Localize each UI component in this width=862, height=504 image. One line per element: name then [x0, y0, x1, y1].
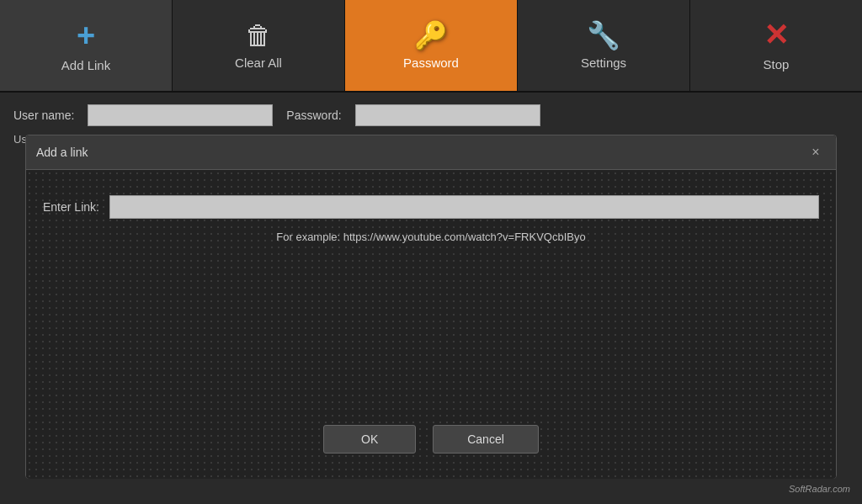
key-icon: 🔑: [414, 22, 448, 49]
settings-label: Settings: [581, 56, 626, 70]
password-button[interactable]: 🔑 Password: [345, 0, 518, 91]
link-label: Enter Link:: [43, 200, 99, 214]
clear-all-button[interactable]: 🗑 Clear All: [173, 0, 345, 91]
wrench-icon: 🔧: [587, 22, 620, 49]
plus-icon: +: [77, 19, 95, 51]
toolbar: + Add Link 🗑 Clear All 🔑 Password 🔧 Sett…: [0, 0, 862, 93]
add-link-label: Add Link: [61, 58, 110, 72]
add-link-button[interactable]: + Add Link: [0, 0, 173, 91]
dialog-body: Enter Link: For example: https://www.you…: [26, 170, 836, 479]
add-link-dialog: Add a link × Enter Link: For example: ht…: [25, 135, 837, 479]
x-icon: ✕: [764, 20, 789, 50]
cancel-button[interactable]: Cancel: [433, 425, 539, 454]
stop-label: Stop: [764, 57, 790, 72]
trash-icon: 🗑: [245, 22, 272, 49]
password-label: Password: [403, 56, 459, 70]
dialog-buttons: OK Cancel: [323, 425, 539, 454]
dialog-title: Add a link: [36, 146, 88, 159]
settings-button[interactable]: 🔧 Settings: [518, 0, 690, 91]
ok-button[interactable]: OK: [323, 425, 416, 454]
link-row: Enter Link:: [43, 195, 819, 219]
dialog-titlebar: Add a link ×: [26, 135, 836, 170]
dialog-overlay: Add a link × Enter Link: For example: ht…: [8, 109, 854, 496]
clear-all-label: Clear All: [235, 56, 282, 70]
dialog-close-button[interactable]: ×: [806, 142, 826, 162]
watermark: SoftRadar.com: [789, 484, 850, 494]
example-text: For example: https://www.youtube.com/wat…: [276, 231, 585, 243]
stop-button[interactable]: ✕ Stop: [690, 0, 862, 91]
link-input[interactable]: [109, 195, 819, 219]
